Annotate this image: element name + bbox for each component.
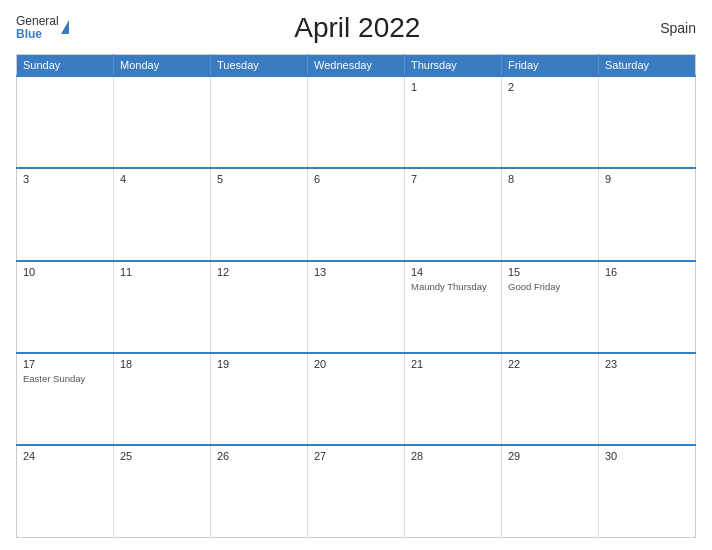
calendar-cell: 21 (405, 353, 502, 445)
calendar-cell: 9 (599, 168, 696, 260)
calendar-cell: 11 (114, 261, 211, 353)
day-number: 12 (217, 266, 301, 278)
day-number: 30 (605, 450, 689, 462)
col-monday: Monday (114, 55, 211, 77)
day-number: 9 (605, 173, 689, 185)
logo-blue-text: Blue (16, 28, 59, 41)
day-number: 16 (605, 266, 689, 278)
calendar-cell (17, 76, 114, 168)
calendar-cell: 12 (211, 261, 308, 353)
calendar-cell: 23 (599, 353, 696, 445)
calendar-header-row: Sunday Monday Tuesday Wednesday Thursday… (17, 55, 696, 77)
calendar-cell: 6 (308, 168, 405, 260)
day-number: 1 (411, 81, 495, 93)
day-number: 6 (314, 173, 398, 185)
logo-text: General Blue (16, 15, 59, 41)
day-number: 4 (120, 173, 204, 185)
day-number: 18 (120, 358, 204, 370)
page-title: April 2022 (69, 12, 646, 44)
logo-triangle-icon (61, 20, 69, 34)
day-number: 19 (217, 358, 301, 370)
day-number: 17 (23, 358, 107, 370)
holiday-label: Maundy Thursday (411, 281, 495, 293)
calendar-cell: 14Maundy Thursday (405, 261, 502, 353)
day-number: 25 (120, 450, 204, 462)
header: General Blue April 2022 Spain (16, 12, 696, 44)
calendar-cell: 3 (17, 168, 114, 260)
day-number: 21 (411, 358, 495, 370)
calendar-cell: 20 (308, 353, 405, 445)
col-thursday: Thursday (405, 55, 502, 77)
day-number: 26 (217, 450, 301, 462)
col-tuesday: Tuesday (211, 55, 308, 77)
col-sunday: Sunday (17, 55, 114, 77)
calendar-week-5: 24252627282930 (17, 445, 696, 537)
logo: General Blue (16, 15, 69, 41)
col-wednesday: Wednesday (308, 55, 405, 77)
country-label: Spain (646, 20, 696, 36)
day-number: 5 (217, 173, 301, 185)
day-number: 23 (605, 358, 689, 370)
calendar-week-4: 17Easter Sunday181920212223 (17, 353, 696, 445)
calendar-cell: 5 (211, 168, 308, 260)
day-number: 10 (23, 266, 107, 278)
calendar-table: Sunday Monday Tuesday Wednesday Thursday… (16, 54, 696, 538)
calendar-cell: 1 (405, 76, 502, 168)
calendar-cell: 30 (599, 445, 696, 537)
day-number: 24 (23, 450, 107, 462)
calendar-cell: 24 (17, 445, 114, 537)
day-number: 14 (411, 266, 495, 278)
calendar-cell: 13 (308, 261, 405, 353)
calendar-cell: 4 (114, 168, 211, 260)
calendar-cell: 16 (599, 261, 696, 353)
calendar-cell: 17Easter Sunday (17, 353, 114, 445)
page: General Blue April 2022 Spain Sunday Mon… (0, 0, 712, 550)
calendar-week-2: 3456789 (17, 168, 696, 260)
day-number: 28 (411, 450, 495, 462)
calendar-cell (308, 76, 405, 168)
calendar-week-3: 1011121314Maundy Thursday15Good Friday16 (17, 261, 696, 353)
calendar-cell: 19 (211, 353, 308, 445)
day-number: 13 (314, 266, 398, 278)
col-saturday: Saturday (599, 55, 696, 77)
day-number: 15 (508, 266, 592, 278)
day-number: 11 (120, 266, 204, 278)
calendar-cell: 26 (211, 445, 308, 537)
calendar-cell: 15Good Friday (502, 261, 599, 353)
calendar-cell: 25 (114, 445, 211, 537)
calendar-cell: 10 (17, 261, 114, 353)
day-number: 8 (508, 173, 592, 185)
calendar-week-1: 12 (17, 76, 696, 168)
day-number: 22 (508, 358, 592, 370)
holiday-label: Good Friday (508, 281, 592, 293)
calendar-cell (599, 76, 696, 168)
calendar-cell: 7 (405, 168, 502, 260)
day-number: 7 (411, 173, 495, 185)
calendar-cell (114, 76, 211, 168)
col-friday: Friday (502, 55, 599, 77)
day-number: 20 (314, 358, 398, 370)
calendar-cell: 27 (308, 445, 405, 537)
calendar-cell (211, 76, 308, 168)
calendar-cell: 18 (114, 353, 211, 445)
calendar-cell: 2 (502, 76, 599, 168)
day-number: 29 (508, 450, 592, 462)
day-number: 2 (508, 81, 592, 93)
holiday-label: Easter Sunday (23, 373, 107, 385)
calendar-cell: 8 (502, 168, 599, 260)
calendar-cell: 29 (502, 445, 599, 537)
calendar-cell: 28 (405, 445, 502, 537)
day-number: 27 (314, 450, 398, 462)
calendar-cell: 22 (502, 353, 599, 445)
day-number: 3 (23, 173, 107, 185)
